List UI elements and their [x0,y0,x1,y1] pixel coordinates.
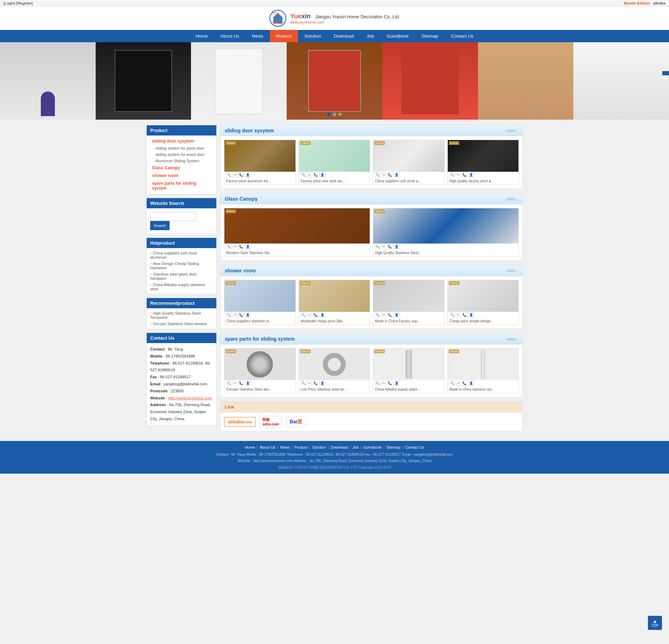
banner-dot-2[interactable] [333,113,336,116]
hot-item-3[interactable]: Stainless steel glass door hardware [150,271,213,282]
nav-download[interactable]: Download [327,30,360,42]
register-link[interactable]: [Register] [16,1,33,5]
nav-sitemap[interactable]: Sitemap [415,30,445,42]
spare-card-3: Yuexin 🔍✉📞👤 China Alibaba supply stainl.… [373,348,445,393]
footer-website-info: Website : http://www.jsyxhome.com Addres… [4,458,665,464]
contact-postcode: Postcode : 223800 [150,388,213,395]
alibaba-link[interactable]: alibaba [653,1,665,5]
footer-nav-about[interactable]: About Us [260,445,275,449]
sidebar-search-section: Website Search Search [146,198,217,234]
menu-link-canopy[interactable]: Glass Canopy [152,165,180,170]
contact-website-link[interactable]: http://www.jsyxhome.com [168,396,212,400]
sidebar-contact-title: Contact Us [147,333,216,343]
product-thumb-2: Yuexin [299,140,370,172]
hot-item-4[interactable]: China Alibaba supply stainless steel [150,282,213,292]
canopy-name-1: Mordern Style Stainless Ste... [224,250,370,257]
main-right: sliding door sysytem more... Yuexin 🔍✉📞👤… [220,125,523,436]
banner-dot-3[interactable] [338,113,342,116]
recommend-item-2[interactable]: Circular Stainless Steel window [150,321,213,327]
shower-card-2: Yuexin 🔍✉📞👤 wholesale cheap price Slid..… [299,280,370,325]
canopy-thumb-2: Yuexin [373,208,518,244]
menu-link-spare[interactable]: spare parts for sliding system [152,181,196,191]
spare-thumb-4: Yuexin [448,348,519,380]
nav-about[interactable]: About Us [214,30,246,42]
login-link[interactable]: [Login] [4,1,15,5]
spare-product-grid: Yuexin 🔍✉📞👤 Circular Stainless Steel win… [221,345,522,397]
hot-item-2[interactable]: New Design Cheap Sliding Hardware [150,260,213,271]
spare-name-2: Low Price stainless steel do... [299,386,370,393]
product-card-2: Yuexin 🔍✉📞👤 Factory price new style alu.… [299,140,370,185]
recommend-list: High Quality Stainless Steel Tempered Ci… [147,308,216,329]
footer-nav-news[interactable]: News [280,445,290,449]
nav-guestbook[interactable]: Guestbook [380,30,415,42]
sidebar-contact-section: Contact Us Contact : Mr. Yang Mobile : 8… [146,333,217,426]
product-card-1: Yuexin 🔍✉📞👤 Factory price aluminum fra..… [224,140,296,185]
sub-item-wood[interactable]: sliding system for wood door [147,151,216,158]
product-name-2: Factory price new style alu... [299,178,370,185]
canopy-name-2: High Quality Stainless Steel... [373,250,518,257]
footer-nav-home[interactable]: Home [245,445,255,449]
sidebar-search-title: Website Search [147,198,216,208]
menu-item-shower[interactable]: shower room [147,172,216,179]
nav-home[interactable]: Home [189,30,214,42]
shower-card-4: Yuexin 🔍✉📞👤 Cheap price simple design... [447,280,519,325]
alibaba-logo[interactable]: alibaba.com [224,417,256,427]
sidebar: Product sliding door sysytem sliding sys… [146,125,217,436]
contact-email: Email : yangbing@jsldmetal.com [150,381,213,388]
search-input[interactable] [150,212,196,221]
sidebar-product-section: Product sliding door sysytem sliding sys… [146,125,217,194]
banner-dot-1[interactable] [327,113,331,116]
nav-job[interactable]: Job [360,30,380,42]
banner-panel-3 [191,42,287,120]
sub-item-glass[interactable]: sliding system for glass door [147,145,216,151]
banner: 在线客服 [0,42,669,120]
shower-section-title: shower room [225,268,256,273]
sidebar-product-menu: sliding door sysytem sliding system for … [147,135,216,194]
hot-item-1[interactable]: China suppliers soft close aluminum [150,250,213,260]
menu-item-sliding[interactable]: sliding door sysytem [147,137,216,145]
recommend-item-1[interactable]: High Quality Stainless Steel Tempered [150,310,213,321]
sohu-logo[interactable]: 投稿 sohu.com [259,416,282,428]
spare-section-title: spare parts for sliding system [225,336,295,342]
sliding-section-header: sliding door sysytem more... [221,125,522,136]
footer: Home| About Us| News| Product| Solution|… [0,441,669,474]
nav-product[interactable]: Product [270,30,298,42]
menu-item-spare[interactable]: spare parts for sliding system [147,179,216,192]
nav-contact[interactable]: Contact Us [445,30,480,42]
footer-contact-info: Contact : Mr. Yang Mobile : 86-178025818… [4,452,665,458]
sub-item-aluminum[interactable]: Aluminum Sliding System [147,158,216,164]
footer-nav-solution[interactable]: Solution [312,445,326,449]
shower-thumb-1: Yuexin [224,280,295,312]
footer-nav-guestbook[interactable]: Guestbook [363,445,382,449]
baidu-logo[interactable]: Bai度 [286,417,306,427]
search-button[interactable]: Search [150,221,170,230]
banner-side-tab[interactable]: 在线客服 [662,71,669,75]
product-name-1: Factory price aluminum fra... [224,178,295,185]
banner-panel-7 [573,42,669,120]
footer-nav-contact[interactable]: Contact Us [405,445,424,449]
footer-nav-sitemap[interactable]: Sitemap [386,445,400,449]
shower-more-link[interactable]: more... [506,269,518,273]
shower-section: shower room more... Yuexin 🔍✉📞👤 China su… [220,265,523,329]
mobile-edition-link[interactable]: Mobile Edition [624,1,650,5]
footer-nav-job[interactable]: Job [352,445,359,449]
banner-panel-6 [478,42,574,120]
shower-product-grid: Yuexin 🔍✉📞👤 China suppliers stainless st… [221,276,522,329]
spare-more-link[interactable]: more... [506,337,518,341]
canopy-more-link[interactable]: more... [506,197,518,201]
shower-thumb-4: Yuexin [448,280,519,312]
sliding-product-grid: Yuexin 🔍✉📞👤 Factory price aluminum fra..… [221,136,522,189]
menu-link-sliding[interactable]: sliding door sysytem [152,139,194,144]
banner-panels [0,42,669,120]
footer-nav-product[interactable]: Product [294,445,308,449]
nav-solution[interactable]: Solution [298,30,327,42]
spare-name-3: China Alibaba supply stainl... [373,386,444,393]
link-logos: alibaba.com 投稿 sohu.com Bai度 [221,412,522,431]
menu-item-canopy[interactable]: Glass Canopy [147,164,216,172]
menu-link-shower[interactable]: shower room [152,173,178,178]
main-nav: Home About Us News Product Solution Down… [0,30,669,42]
footer-nav-download[interactable]: Download [331,445,348,449]
sliding-more-link[interactable]: more... [506,128,518,133]
nav-news[interactable]: News [246,30,270,42]
search-box: Search [147,208,216,234]
